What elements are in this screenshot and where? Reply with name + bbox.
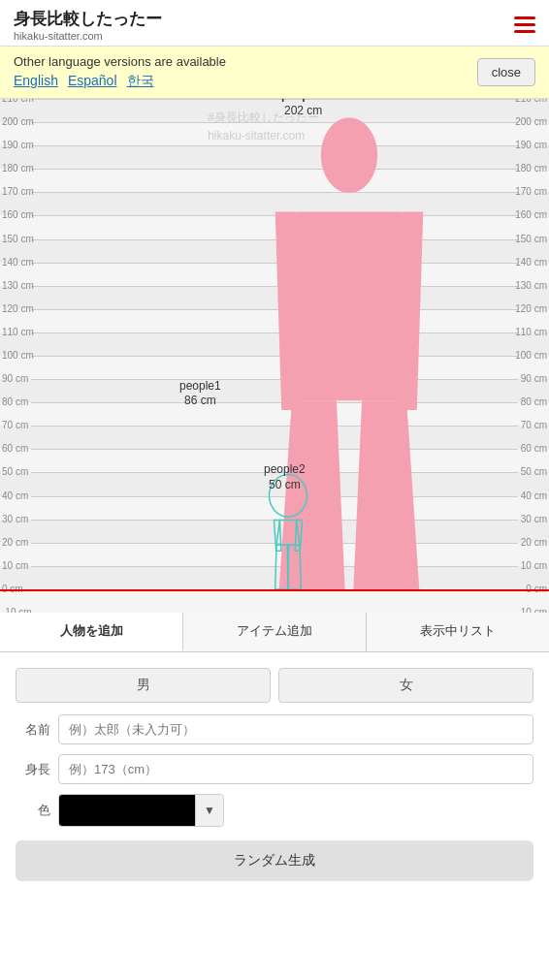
gender-male-button[interactable]: 男 (16, 668, 271, 703)
lang-banner-content: Other language versions are available En… (14, 54, 226, 90)
color-dropdown-arrow[interactable]: ▼ (195, 795, 223, 826)
color-swatch[interactable] (59, 795, 195, 826)
title-block: 身長比較したったー hikaku-sitatter.com (14, 8, 162, 42)
lang-banner-text: Other language versions are available (14, 54, 226, 69)
random-generate-button[interactable]: ランダム生成 (16, 840, 533, 881)
lang-spanish[interactable]: Español (68, 73, 117, 90)
gender-female-button[interactable]: 女 (278, 668, 533, 703)
tab-bar: 人物を追加 アイテム追加 表示中リスト (0, 613, 549, 652)
figures-svg (0, 99, 549, 613)
color-row: 色 ▼ (16, 794, 533, 827)
lang-english[interactable]: English (14, 73, 58, 90)
tab-add-item[interactable]: アイテム追加 (183, 613, 367, 651)
person1-label: people186 cm (179, 379, 221, 409)
hamburger-line1 (514, 16, 535, 19)
name-input[interactable] (58, 714, 533, 744)
person2-label: people250 cm (264, 462, 306, 492)
svg-marker-1 (292, 212, 406, 401)
tab-add-person[interactable]: 人物を追加 (0, 613, 183, 651)
tab-list[interactable]: 表示中リスト (367, 613, 549, 651)
menu-button[interactable] (514, 16, 535, 33)
person3-label: people3202 cm (281, 99, 325, 118)
form-area: 男 女 名前 身長 色 ▼ ランダム生成 (0, 652, 549, 897)
baseline (0, 589, 549, 591)
lang-korean[interactable]: 한국 (127, 73, 154, 90)
svg-marker-3 (353, 400, 419, 589)
close-button[interactable]: close (477, 58, 535, 86)
lang-banner: Other language versions are available En… (0, 47, 549, 99)
name-label: 名前 (16, 721, 50, 739)
app-header: 身長比較したったー hikaku-sitatter.com (0, 0, 549, 47)
hamburger-line3 (514, 30, 535, 33)
app-subtitle: hikaku-sitatter.com (14, 30, 162, 42)
height-row: 身長 (16, 754, 533, 784)
height-label: 身長 (16, 761, 50, 778)
gender-row: 男 女 (16, 668, 533, 703)
color-label: 色 (16, 802, 50, 819)
lang-links: English Español 한국 (14, 73, 226, 90)
height-input[interactable] (58, 754, 533, 784)
app-title: 身長比較したったー (14, 8, 162, 30)
svg-point-0 (321, 117, 377, 193)
hamburger-line2 (514, 23, 535, 26)
name-row: 名前 (16, 714, 533, 744)
color-picker-wrapper[interactable]: ▼ (58, 794, 224, 827)
chart-area: #身長比較したったー hikaku-sitatter.com 210 cm210… (0, 99, 549, 613)
